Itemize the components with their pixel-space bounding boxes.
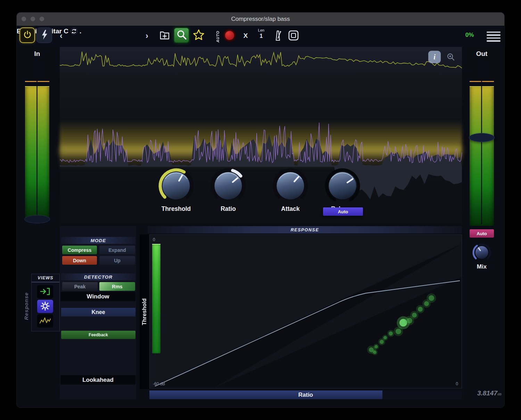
- main-waveform-display: i Threshold Ratio Attack Release Auto: [60, 47, 462, 224]
- compression-curve: [150, 235, 462, 388]
- graph-level-meter: [152, 244, 160, 353]
- power-button[interactable]: [19, 27, 35, 43]
- zoom-icon[interactable]: [446, 52, 456, 62]
- metronome-button[interactable]: [271, 28, 285, 43]
- graph-zero-label: 0: [153, 237, 155, 242]
- release-knob[interactable]: [323, 167, 362, 205]
- clear-button[interactable]: X: [241, 31, 250, 41]
- views-io-button[interactable]: [37, 285, 53, 298]
- length-value[interactable]: 1: [254, 33, 268, 39]
- detector-peak-button[interactable]: Peak: [62, 282, 98, 291]
- lightning-icon: [39, 29, 50, 42]
- value-readout-unit: dB: [497, 393, 502, 396]
- metronome-icon: [272, 29, 284, 43]
- threshold-knob-label: Threshold: [150, 205, 202, 213]
- signal-in-icon: [39, 286, 51, 298]
- preset-name-suffix: .: [80, 27, 81, 35]
- info-button[interactable]: i: [428, 51, 441, 63]
- preset-search-button[interactable]: [174, 27, 189, 43]
- auto-record-label: AUTO: [215, 28, 221, 44]
- hamburger-icon: [487, 32, 501, 42]
- input-fader-track[interactable]: [36, 60, 38, 219]
- plugin-window: Compressor/slap bass ‹ Electric Guitar C: [17, 13, 504, 407]
- mode-down-button[interactable]: Down: [62, 256, 97, 265]
- signal-waveform: [60, 116, 462, 203]
- close-button[interactable]: [22, 17, 26, 21]
- response-section-header: RESPONSE: [148, 226, 462, 233]
- power-icon: [22, 30, 33, 41]
- ratio-slider[interactable]: Ratio: [149, 390, 462, 399]
- views-panel: VIEWS: [31, 274, 60, 331]
- bypass-button[interactable]: [36, 27, 52, 43]
- views-header: VIEWS: [32, 274, 59, 282]
- threshold-axis-slider[interactable]: Threshold: [140, 234, 149, 389]
- record-button[interactable]: [223, 29, 236, 42]
- output-fader-handle[interactable]: [469, 133, 495, 142]
- mode-header: MODE: [61, 237, 135, 244]
- threshold-knob[interactable]: [157, 167, 195, 205]
- mode-compress-button[interactable]: Compress: [62, 246, 97, 254]
- mode-expand-button[interactable]: Expand: [99, 246, 135, 254]
- window-title: Compressor/slap bass: [17, 13, 504, 26]
- detector-rms-button[interactable]: Rms: [99, 282, 135, 291]
- value-readout: 3.8147dB: [468, 389, 502, 397]
- detector-header: DETECTOR: [61, 273, 135, 280]
- cpu-meter: 0%: [455, 32, 484, 39]
- folder-plus-icon: [158, 28, 172, 43]
- graph-x-zero-label: 0: [456, 381, 458, 386]
- input-history-waveform: [60, 47, 462, 78]
- gear-icon: [40, 301, 50, 312]
- ratio-knob-label: Ratio: [202, 205, 254, 213]
- views-waveform-button[interactable]: [37, 314, 53, 328]
- input-label: In: [27, 50, 48, 58]
- threshold-axis-label: Threshold: [141, 298, 148, 325]
- length-control[interactable]: Len 1: [254, 28, 268, 39]
- release-auto-toggle[interactable]: Auto: [323, 207, 363, 216]
- views-settings-button[interactable]: [37, 300, 53, 313]
- response-graph[interactable]: 0 -60 dB 0: [149, 234, 462, 388]
- window-size-button[interactable]: [287, 29, 300, 42]
- waveform-icon: [39, 315, 51, 327]
- frame-icon: [287, 29, 300, 43]
- ratio-knob[interactable]: [209, 167, 247, 205]
- preset-cycle-icon: [70, 27, 78, 35]
- input-fader-handle[interactable]: [24, 215, 50, 223]
- output-fader-track[interactable]: [481, 60, 482, 224]
- ratio-slider-label: Ratio: [298, 392, 313, 398]
- lookahead-control[interactable]: Lookahead: [60, 375, 135, 385]
- feedback-toggle[interactable]: Feedback: [61, 331, 135, 339]
- maximize-button[interactable]: [40, 17, 44, 21]
- mix-label: Mix: [471, 263, 492, 270]
- attack-knob-label: Attack: [264, 205, 316, 213]
- mix-knob[interactable]: [472, 243, 491, 262]
- titlebar: Compressor/slap bass: [17, 13, 504, 26]
- views-side-label: Response: [22, 281, 30, 331]
- window-control[interactable]: Window: [60, 292, 135, 301]
- traffic-lights: [22, 17, 44, 21]
- search-icon: [176, 29, 188, 42]
- knee-slider[interactable]: Knee: [61, 308, 135, 316]
- favorite-button[interactable]: [191, 28, 206, 43]
- ratio-slider-fill: [149, 390, 382, 399]
- output-label: Out: [471, 50, 492, 58]
- graph-min-db-label: -60 dB: [153, 381, 165, 386]
- attack-knob[interactable]: [271, 167, 309, 205]
- preset-prev-button[interactable]: ‹: [56, 31, 66, 41]
- minimize-button[interactable]: [31, 17, 35, 21]
- menu-button[interactable]: [486, 29, 502, 44]
- mode-up-button[interactable]: Up: [99, 256, 135, 265]
- save-preset-button[interactable]: [157, 28, 172, 43]
- knee-slider-label: Knee: [91, 309, 105, 315]
- preset-next-button[interactable]: ›: [142, 31, 152, 41]
- toolbar: ‹ Electric Guitar C . ›: [17, 26, 504, 47]
- length-label: Len: [254, 28, 268, 32]
- output-auto-gain-toggle[interactable]: Auto: [470, 229, 494, 238]
- star-icon: [192, 28, 205, 42]
- value-readout-number: 3.8147: [477, 389, 497, 397]
